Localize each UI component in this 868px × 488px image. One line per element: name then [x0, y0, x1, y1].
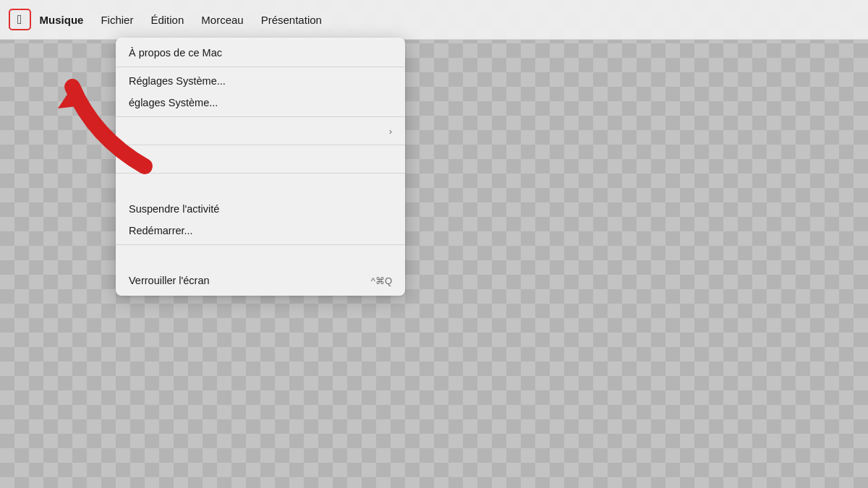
- apple-logo-icon: : [17, 13, 22, 26]
- menu-item-restart[interactable]: Suspendre l'activité: [116, 198, 405, 220]
- menu-item-settings[interactable]: Réglages Système...: [116, 70, 405, 92]
- chevron-right-icon: ›: [389, 126, 392, 137]
- menu-item-about-label: À propos de ce Mac: [129, 47, 222, 59]
- menu-item-appstore[interactable]: églages Système...: [116, 92, 405, 114]
- menubar-edition[interactable]: Édition: [142, 9, 192, 30]
- menubar-fichier[interactable]: Fichier: [92, 9, 142, 30]
- menubar-presentation[interactable]: Présentation: [252, 9, 331, 30]
- apple-menu-button[interactable]: : [9, 9, 31, 30]
- menu-item-appstore-label: églages Système...: [129, 97, 218, 108]
- menu-item-suspend[interactable]: [116, 176, 405, 198]
- apple-dropdown-menu: À propos de ce Mac Réglages Système... é…: [116, 38, 405, 296]
- menu-item-settings-label: Réglages Système...: [129, 75, 226, 87]
- logout-shortcut: ^⌘Q: [371, 275, 392, 286]
- menu-item-forcequit[interactable]: [116, 148, 405, 170]
- menu-item-lockscreen[interactable]: [116, 248, 405, 270]
- menu-item-shutdown-label: Redémarrer...: [129, 225, 193, 236]
- menu-separator-2: [116, 116, 405, 117]
- menubar:  Musique Fichier Édition Morceau Présen…: [0, 0, 868, 40]
- menu-separator-3: [116, 145, 405, 145]
- menu-item-about[interactable]: À propos de ce Mac: [116, 42, 405, 64]
- menu-separator-4: [116, 173, 405, 174]
- menu-separator-1: [116, 67, 405, 67]
- menubar-morceau[interactable]: Morceau: [192, 9, 252, 30]
- menu-item-shutdown[interactable]: Redémarrer...: [116, 220, 405, 241]
- menu-item-restart-label: Suspendre l'activité: [129, 203, 219, 215]
- menu-item-logout[interactable]: Verrouiller l'écran ^⌘Q: [116, 270, 405, 291]
- menu-item-logout-label: Verrouiller l'écran: [129, 275, 210, 286]
- menubar-musique[interactable]: Musique: [31, 9, 93, 30]
- menu-separator-5: [116, 244, 405, 245]
- menu-item-recents[interactable]: ›: [116, 120, 405, 142]
